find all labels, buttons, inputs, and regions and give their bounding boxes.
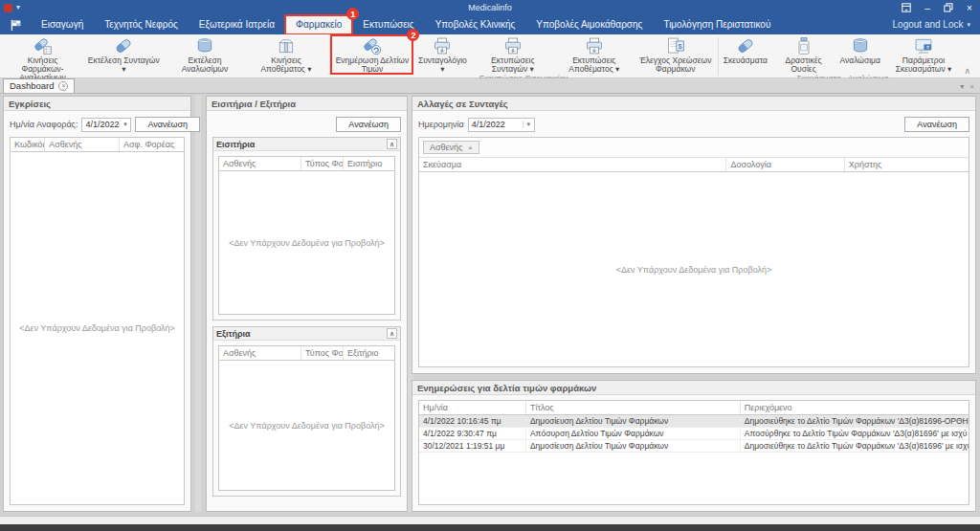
cell-date: 4/1/2022 9:30:47 πμ [419, 428, 526, 439]
tab-eisagogi[interactable]: Εισαγωγή [31, 15, 94, 34]
column-header-typos-forea[interactable]: Τύπος Φορέα [301, 157, 344, 170]
ribbon-options-button[interactable] [896, 0, 917, 15]
updates-grid: Ημ/νία Τίτλος Περιεχόμενο 4/1/2022 10:16… [418, 400, 969, 505]
tab-ypovoles-aimokatharsis[interactable]: Υποβολές Αιμοκάθαρσης [525, 15, 653, 34]
supplies-spool-icon [851, 36, 870, 55]
tab-timologisi-peristatikou[interactable]: Τιμολόγηση Περιστατικού [653, 15, 781, 34]
close-button[interactable]: × [959, 0, 980, 15]
restore-button[interactable] [938, 0, 959, 15]
btn-drastikes-ousies[interactable]: Δραστικές Ουσίες [769, 35, 837, 74]
tab-texnitos-nefros[interactable]: Τεχνητός Νεφρός [94, 15, 189, 34]
table-row[interactable]: 4/1/2022 9:30:47 πμ Απόσυρση Δελτίου Τιμ… [419, 428, 969, 440]
document-list-icon[interactable]: ▾ [960, 82, 964, 91]
window-controls: – × [896, 0, 980, 15]
panel-admissions-title: Εισιτήρια / Εξιτήρια [207, 97, 407, 111]
ribbon-tab-row: Εισαγωγή Τεχνητός Νεφρός Εξωτερικά Ιατρε… [0, 15, 980, 34]
panel-admissions: Εισιτήρια / Εξιτήρια Ανανέωση Εισιτήρια … [206, 96, 408, 512]
substance-bottle-icon [794, 36, 813, 55]
btn-ektyposeis-syntagon[interactable]: Εκτυπώσεις Συνταγών ▾ [472, 35, 553, 74]
btn-enimerosi-deltion-timon[interactable]: 2 Ενημέρωση Δελτίων Τιμών [331, 35, 412, 74]
btn-kiniseis-apothematos[interactable]: Κινήσεις Αποθέματος ▾ [246, 35, 327, 82]
column-header-imnia[interactable]: Ημ/νία [419, 401, 526, 414]
parameters-screen-icon [914, 36, 933, 55]
approvals-grid: Κωδικός Ασθενής Ασφ. Φορέας <Δεν Υπάρχου… [10, 137, 185, 505]
tab-farmakeio-label: Φαρμακείο [296, 19, 342, 30]
collapse-group-icon[interactable]: ∧ [387, 328, 397, 339]
tab-dashboard[interactable]: Dashboard × [3, 78, 75, 93]
ribbon: Κινήσεις Φαρμάκων-Αναλωσίμων Εκτέλεση Συ… [0, 34, 980, 78]
column-header-exitirio[interactable]: Εξιτήριο [344, 346, 394, 360]
minimize-icon: – [924, 3, 930, 13]
quick-access-caret-icon[interactable]: ▾ [16, 4, 20, 11]
date-combo[interactable]: 4/1/2022 ▾ [468, 118, 535, 132]
btn-elegxos-xreoseon-farmakon[interactable]: Έλεγχος Χρεώσεων Φαρμάκων [635, 35, 716, 74]
cell-title: Δημοσίευση Δελτίου Τιμών Φαρμάκων [526, 440, 741, 452]
btn-label: Σκευάσματα [724, 56, 768, 65]
column-header-asthenis[interactable]: Ασθενής [219, 346, 301, 360]
btn-label: Εκτέλεση Αναλωσίμων [168, 56, 242, 74]
btn-ektelesi-syntagon[interactable]: Εκτέλεση Συνταγών ▾ [83, 35, 165, 82]
btn-label: Έλεγχος Χρεώσεων Φαρμάκων [638, 56, 712, 74]
tab-farmakeio[interactable]: Φαρμακείο 1 [285, 15, 352, 34]
column-header-periexomeno[interactable]: Περιεχόμενο [741, 401, 969, 414]
table-row[interactable]: 4/1/2022 10:16:45 πμ Δημοσίευση Δελτίου … [419, 415, 969, 428]
restore-icon [944, 3, 953, 12]
quick-access-toolbar: ▾ [0, 4, 20, 12]
refresh-approvals-button[interactable]: Ανανέωση [135, 117, 200, 132]
logout-and-lock-button[interactable]: Logout and Lock ▾ [893, 15, 970, 34]
collapse-group-icon[interactable]: ∧ [387, 139, 397, 149]
column-header-kodikos[interactable]: Κωδικός [11, 138, 45, 151]
column-header-skevasma[interactable]: Σκεύασμα [419, 158, 726, 171]
column-header-eisitirio[interactable]: Εισιτήριο [344, 157, 394, 170]
btn-kiniseis-farmakon-analosimon[interactable]: Κινήσεις Φαρμάκων-Αναλωσίμων [2, 35, 83, 82]
caret-down-icon: ▾ [967, 15, 970, 34]
group-exitiria-title: Εξιτήρια [216, 329, 251, 339]
sort-ascending-icon: ▲ [467, 144, 473, 150]
refresh-admissions-button[interactable]: Ανανέωση [336, 117, 401, 132]
table-row[interactable]: 30/12/2021 1:19:51 μμ Δημοσίευση Δελτίου… [419, 440, 969, 453]
close-document-icon[interactable]: × [969, 82, 974, 91]
btn-label: Δραστικές Ουσίες [773, 56, 834, 74]
column-header-asf-foreas[interactable]: Ασφ. Φορέας [120, 138, 184, 151]
column-header-titlos[interactable]: Τίτλος [526, 401, 741, 414]
group-by-chip-asthenis[interactable]: Ασθενής ▲ [423, 141, 479, 154]
column-header-typos-forea[interactable]: Τύπος Φορέα [301, 346, 344, 360]
date-value: 4/1/2022 [472, 120, 523, 129]
group-by-panel: Ασθενής ▲ [419, 138, 969, 158]
ribbon-group-kiniseis: Κινήσεις Φαρμάκων-Αναλωσίμων Εκτέλεση Συ… [2, 35, 327, 77]
printer-icon [585, 36, 604, 55]
flag-icon [9, 18, 23, 33]
column-header-dosologia[interactable]: Δοσολογία [726, 158, 844, 171]
bottom-strip [0, 524, 980, 531]
group-exitiria: Εξιτήρια ∧ Ασθενής Τύπος Φορέα Εξιτήριο … [212, 326, 401, 497]
printer-icon [503, 36, 523, 55]
tab-close-icon[interactable]: × [58, 81, 68, 91]
minimize-button[interactable]: – [917, 0, 938, 15]
refresh-changes-button[interactable]: Ανανέωση [904, 117, 969, 132]
btn-label: Εκτέλεση Συνταγών ▾ [87, 56, 161, 74]
reference-date-combo[interactable]: 4/1/2022 ▾ [81, 118, 131, 132]
column-header-asthenis[interactable]: Ασθενής [219, 157, 301, 170]
collapse-ribbon-icon[interactable]: ∧ [964, 66, 978, 77]
app-menu-button[interactable] [6, 15, 25, 34]
btn-syntagologio[interactable]: Συνταγολόγιο ▾ [412, 35, 472, 74]
btn-skevasmata[interactable]: Σκευάσματα [721, 35, 769, 74]
btn-ektelesi-analosimon[interactable]: Εκτέλεση Αναλωσίμων [165, 35, 246, 82]
splitter[interactable] [195, 96, 201, 512]
column-header-xristis[interactable]: Χρήστης [845, 158, 969, 171]
chip-label: Ασθενής [430, 143, 462, 152]
date-label: Ημερομηνία [418, 120, 464, 129]
panel-updates-title: Ενημερώσεις για δελτία τιμών φαρμάκων [412, 381, 975, 395]
btn-ektyposeis-apothematos[interactable]: Εκτυπώσεις Αποθέματος ▾ [553, 35, 635, 74]
ribbon-tabs: Εισαγωγή Τεχνητός Νεφρός Εξωτερικά Ιατρε… [31, 15, 781, 34]
tab-ypovoles-klinikis[interactable]: Υποβολές Κλινικής [425, 15, 526, 34]
tab-dashboard-label: Dashboard [10, 79, 54, 93]
empty-data-text: <Δεν Υπάρχουν Δεδομένα για Προβολή> [419, 172, 969, 366]
tab-exoterika-iatreia[interactable]: Εξωτερικά Ιατρεία [189, 15, 285, 34]
btn-analosima[interactable]: Αναλώσιμα [837, 35, 883, 74]
btn-parametroi-skevasmaton[interactable]: Παράμετροι Σκευασμάτων ▾ [883, 35, 965, 74]
cell-date: 4/1/2022 10:16:45 πμ [419, 415, 526, 427]
dashboard-main: Εγκρίσεις Ημ/νία Αναφοράς: 4/1/2022 ▾ Αν… [0, 94, 980, 516]
column-header-asthenis[interactable]: Ασθενής [45, 138, 120, 151]
cell-date: 30/12/2021 1:19:51 μμ [419, 440, 526, 452]
